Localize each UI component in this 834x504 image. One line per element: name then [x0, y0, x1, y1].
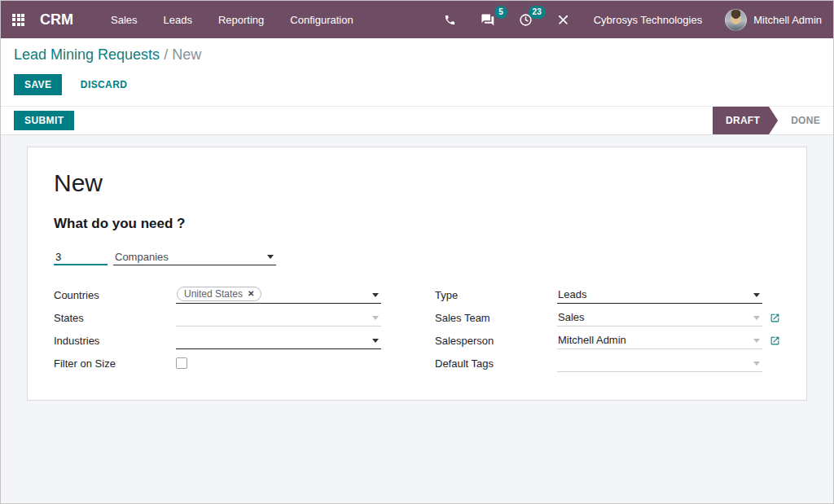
messages-button[interactable]: 5: [477, 10, 498, 30]
control-panel-buttons: SAVE DISCARD: [14, 74, 820, 95]
caret-down-icon: [753, 362, 760, 366]
caret-down-icon: [372, 316, 379, 320]
countries-input[interactable]: United States ✕: [176, 287, 381, 304]
form-sheet: New What do you need ? Companies Countri…: [27, 147, 807, 401]
user-avatar: [725, 9, 747, 31]
salesperson-value: Mitchell Admin: [558, 334, 626, 346]
form-statusbar: SUBMIT DRAFT DONE: [1, 106, 833, 135]
sales-team-label: Sales Team: [435, 312, 557, 324]
sales-team-input[interactable]: Sales: [557, 309, 762, 327]
field-row-default-tags: Default Tags: [435, 355, 780, 371]
lead-mining-target-row: Companies: [54, 248, 780, 265]
filter-on-size-checkbox[interactable]: [176, 357, 187, 369]
breadcrumb: Lead Mining Requests / New: [14, 46, 820, 64]
field-row-salesperson: Salesperson Mitchell Admin: [435, 332, 780, 348]
discard-button[interactable]: DISCARD: [81, 74, 127, 95]
company-switcher[interactable]: Cybrosys Technologies: [594, 14, 702, 26]
field-row-industries: Industries: [54, 332, 397, 348]
field-column-right: Type Leads Sales Team Sales: [435, 287, 780, 378]
states-label: States: [54, 312, 176, 324]
crm-app-window: CRM Sales Leads Reporting Configuration …: [0, 0, 834, 504]
salesperson-input[interactable]: Mitchell Admin: [557, 332, 762, 349]
industries-label: Industries: [54, 335, 176, 347]
question-heading: What do you need ?: [54, 216, 780, 232]
target-type-value: Companies: [115, 251, 169, 263]
lead-count-input[interactable]: [54, 250, 108, 265]
apps-menu-button[interactable]: [12, 14, 24, 26]
user-name: Mitchell Admin: [753, 14, 822, 26]
activities-button[interactable]: 23: [516, 10, 536, 30]
type-select[interactable]: Leads: [557, 287, 762, 304]
caret-down-icon: [753, 339, 760, 343]
user-menu[interactable]: Mitchell Admin: [725, 9, 822, 31]
salesperson-open-record-button[interactable]: [770, 335, 780, 346]
breadcrumb-separator: /: [164, 46, 168, 63]
caret-down-icon: [753, 293, 760, 297]
field-row-states: States: [54, 309, 397, 326]
field-row-sales-team: Sales Team Sales: [435, 309, 780, 326]
caret-down-icon: [267, 255, 274, 259]
country-tag: United States ✕: [177, 287, 261, 301]
country-tag-label: United States: [184, 288, 243, 300]
default-tags-input[interactable]: [557, 355, 762, 372]
activities-count-badge: 23: [529, 6, 546, 19]
control-panel: Lead Mining Requests / New SAVE DISCARD: [1, 38, 833, 106]
crossed-tools-icon: [557, 14, 569, 26]
save-button[interactable]: SAVE: [14, 74, 62, 95]
chat-icon: [481, 13, 494, 27]
type-value: Leads: [558, 288, 586, 300]
salesperson-label: Salesperson: [435, 335, 557, 347]
top-navbar: CRM Sales Leads Reporting Configuration …: [1, 1, 833, 38]
field-row-countries: Countries United States ✕: [54, 287, 397, 303]
main-menu: Sales Leads Reporting Configuration: [99, 8, 368, 32]
menu-configuration[interactable]: Configuration: [279, 8, 364, 32]
menu-reporting[interactable]: Reporting: [207, 8, 275, 32]
industries-input[interactable]: [176, 332, 381, 349]
field-row-type: Type Leads: [435, 287, 780, 303]
type-label: Type: [435, 289, 557, 301]
caret-down-icon: [753, 316, 760, 320]
filter-on-size-label: Filter on Size: [54, 357, 176, 370]
form-field-grid: Countries United States ✕ States: [54, 287, 780, 378]
status-step-draft[interactable]: DRAFT: [713, 107, 778, 134]
countries-label: Countries: [54, 289, 176, 301]
messages-count-badge: 5: [494, 6, 507, 19]
field-row-filter-on-size: Filter on Size: [54, 355, 397, 371]
submit-button[interactable]: SUBMIT: [14, 111, 74, 130]
voip-phone-button[interactable]: [441, 11, 459, 29]
form-view-container: New What do you need ? Companies Countri…: [1, 135, 833, 503]
apps-grid-icon: [12, 14, 24, 26]
status-steps: DRAFT DONE: [713, 107, 833, 134]
app-brand[interactable]: CRM: [40, 11, 73, 28]
external-link-icon: [770, 313, 780, 323]
field-column-left: Countries United States ✕ States: [54, 287, 397, 378]
status-step-done[interactable]: DONE: [778, 107, 833, 134]
caret-down-icon: [372, 293, 379, 297]
record-title: New: [54, 169, 780, 198]
caret-down-icon: [372, 339, 379, 343]
target-type-select[interactable]: Companies: [113, 248, 276, 265]
phone-icon: [444, 14, 456, 26]
breadcrumb-parent-link[interactable]: Lead Mining Requests: [14, 46, 160, 63]
sales-team-value: Sales: [558, 311, 585, 323]
remove-tag-icon[interactable]: ✕: [248, 290, 254, 298]
states-input[interactable]: [176, 309, 381, 327]
filter-on-size-field: [176, 355, 381, 372]
default-tags-label: Default Tags: [435, 357, 557, 370]
support-tools-button[interactable]: [554, 11, 573, 29]
menu-sales[interactable]: Sales: [99, 8, 149, 32]
navbar-systray: 5 23 Cybrosys Technologies Mitchell Admi…: [423, 9, 822, 31]
sales-team-open-record-button[interactable]: [770, 313, 780, 323]
external-link-icon: [770, 335, 780, 346]
breadcrumb-current: New: [172, 46, 201, 63]
menu-leads[interactable]: Leads: [152, 8, 204, 32]
